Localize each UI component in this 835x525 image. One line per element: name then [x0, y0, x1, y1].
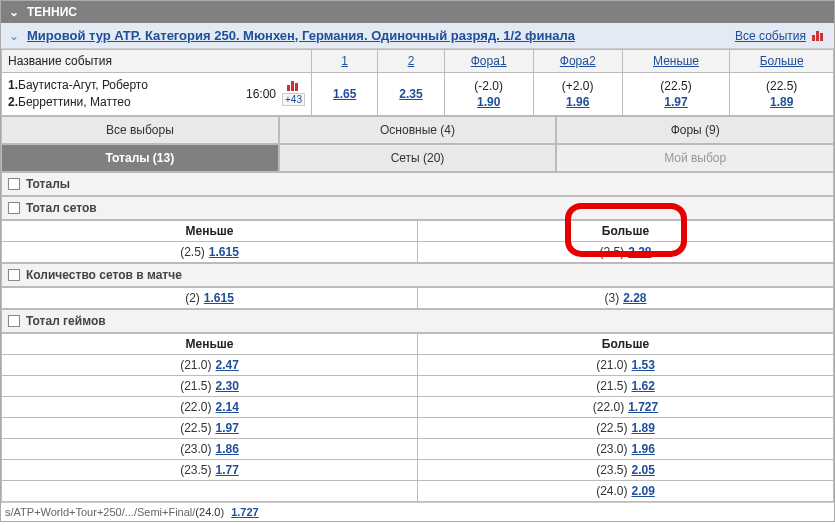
games-under[interactable]: 1.86	[216, 442, 239, 456]
table-row: (23.5)1.77(23.5)2.05	[2, 459, 834, 480]
tab-sets[interactable]: Сеты (20)	[279, 144, 557, 172]
col-more: Больше	[418, 333, 834, 354]
odds-1[interactable]: 1.65	[333, 87, 356, 101]
table-row: (22.0)2.14(22.0)1.727	[2, 396, 834, 417]
event-players[interactable]: 1.Баутиста-Агут, Роберто 2.Берреттини, М…	[8, 77, 240, 111]
event-row: 1.Баутиста-Агут, Роберто 2.Берреттини, М…	[2, 73, 834, 116]
total-sets-under[interactable]: 1.615	[209, 245, 239, 259]
col-1[interactable]: 1	[341, 54, 348, 68]
market-tabs-row2: Тоталы (13) Сеты (20) Мой выбор	[1, 144, 834, 172]
checkbox[interactable]	[8, 315, 20, 327]
tab-main[interactable]: Основные (4)	[279, 116, 557, 144]
games-over[interactable]: 1.53	[632, 358, 655, 372]
games-over[interactable]: 1.89	[632, 421, 655, 435]
checkbox[interactable]	[8, 269, 20, 281]
all-events-link[interactable]: Все события	[735, 29, 806, 43]
games-over[interactable]: 1.727	[628, 400, 658, 414]
footer-path: s/ATP+World+Tour+250/.../Semi+Final/(24.…	[1, 502, 834, 521]
section-totals[interactable]: Тоталы	[1, 172, 834, 196]
games-over[interactable]: 1.96	[632, 442, 655, 456]
col-event-name: Название события	[2, 50, 312, 73]
games-over[interactable]: 1.62	[632, 379, 655, 393]
tab-totals[interactable]: Тоталы (13)	[1, 144, 279, 172]
games-under[interactable]: 2.30	[216, 379, 239, 393]
sport-header[interactable]: ⌄ ТЕННИС	[1, 1, 834, 23]
table-row: (21.5)2.30(21.5)1.62	[2, 375, 834, 396]
odds-fora1[interactable]: 1.90	[477, 95, 500, 109]
col-2[interactable]: 2	[408, 54, 415, 68]
section-total-games[interactable]: Тотал геймов	[1, 309, 834, 333]
games-over[interactable]: 2.05	[632, 463, 655, 477]
event-table: Название события 1 2 Фора1 Фора2 Меньше …	[1, 49, 834, 116]
event-time: 16:00	[240, 87, 282, 101]
sport-name: ТЕННИС	[27, 5, 77, 19]
stats-icon[interactable]	[812, 31, 826, 41]
sets-count-table: (2)1.615 (3)2.28	[1, 287, 834, 309]
table-row: (23.0)1.86(23.0)1.96	[2, 438, 834, 459]
games-under[interactable]: 1.97	[216, 421, 239, 435]
section-total-sets[interactable]: Тотал сетов	[1, 196, 834, 220]
col-less[interactable]: Меньше	[653, 54, 699, 68]
total-games-table: Меньше Больше (21.0)2.47(21.0)1.53(21.5)…	[1, 333, 834, 502]
col-more: Больше	[418, 220, 834, 241]
col-less: Меньше	[2, 220, 418, 241]
col-less: Меньше	[2, 333, 418, 354]
games-over[interactable]: 2.09	[632, 484, 655, 498]
total-sets-table: Меньше Больше (2.5)1.615 (2.5)2.28	[1, 220, 834, 263]
tour-title-link[interactable]: Мировой тур ATP. Категория 250. Мюнхен, …	[27, 28, 735, 43]
tab-mine[interactable]: Мой выбор	[556, 144, 834, 172]
col-more[interactable]: Больше	[760, 54, 804, 68]
stats-icon[interactable]	[287, 81, 301, 91]
games-under-24[interactable]: 1.727	[231, 506, 259, 518]
total-sets-over[interactable]: 2.28	[628, 245, 651, 259]
table-row: (21.0)2.47(21.0)1.53	[2, 354, 834, 375]
chevron-down-icon: ⌄	[9, 5, 27, 19]
odds-under[interactable]: 1.97	[664, 95, 687, 109]
games-under[interactable]: 2.47	[216, 358, 239, 372]
tour-header: ⌄ Мировой тур ATP. Категория 250. Мюнхен…	[1, 23, 834, 49]
odds-over[interactable]: 1.89	[770, 95, 793, 109]
table-row: (22.5)1.97(22.5)1.89	[2, 417, 834, 438]
col-fora1[interactable]: Фора1	[471, 54, 507, 68]
expand-markets-button[interactable]: +43	[282, 93, 305, 106]
odds-fora2[interactable]: 1.96	[566, 95, 589, 109]
market-tabs-row1: Все выборы Основные (4) Форы (9)	[1, 116, 834, 144]
checkbox[interactable]	[8, 202, 20, 214]
odds-2[interactable]: 2.35	[399, 87, 422, 101]
section-sets-count[interactable]: Количество сетов в матче	[1, 263, 834, 287]
chevron-down-icon[interactable]: ⌄	[9, 29, 27, 43]
games-under[interactable]: 1.77	[216, 463, 239, 477]
checkbox[interactable]	[8, 178, 20, 190]
games-under[interactable]: 2.14	[216, 400, 239, 414]
tab-handicap[interactable]: Форы (9)	[556, 116, 834, 144]
col-fora2[interactable]: Фора2	[560, 54, 596, 68]
tab-all[interactable]: Все выборы	[1, 116, 279, 144]
sets-count-2[interactable]: 1.615	[204, 291, 234, 305]
sets-count-3[interactable]: 2.28	[623, 291, 646, 305]
